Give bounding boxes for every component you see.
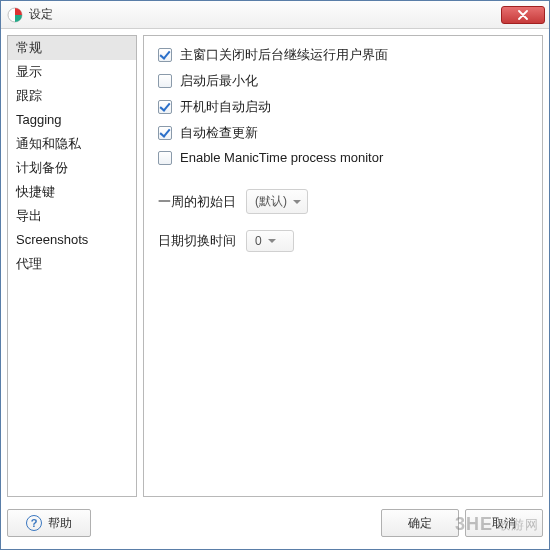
ok-label: 确定	[408, 515, 432, 532]
day-switch-row: 日期切换时间 0	[158, 230, 528, 252]
autostart-label: 开机时自动启动	[180, 98, 271, 116]
app-icon	[7, 7, 23, 23]
minimize-after-start-row: 启动后最小化	[158, 72, 528, 90]
week-start-value: (默认)	[255, 193, 287, 210]
chevron-down-icon	[293, 200, 301, 204]
sidebar-item-8[interactable]: Screenshots	[8, 228, 136, 252]
cancel-button[interactable]: 取消	[465, 509, 543, 537]
minimize-after-start-label: 启动后最小化	[180, 72, 258, 90]
auto-update-checkbox[interactable]	[158, 126, 172, 140]
week-start-label: 一周的初始日	[158, 193, 236, 211]
close-button[interactable]	[501, 6, 545, 24]
run-after-close-checkbox[interactable]	[158, 48, 172, 62]
sidebar-item-0[interactable]: 常规	[8, 36, 136, 60]
process-monitor-row: Enable ManicTime process monitor	[158, 150, 528, 165]
ok-button[interactable]: 确定	[381, 509, 459, 537]
sidebar-item-6[interactable]: 快捷键	[8, 180, 136, 204]
run-after-close-label: 主窗口关闭时后台继续运行用户界面	[180, 46, 388, 64]
sidebar-item-2[interactable]: 跟踪	[8, 84, 136, 108]
chevron-down-icon	[268, 239, 276, 243]
week-start-select[interactable]: (默认)	[246, 189, 308, 214]
sidebar-item-7[interactable]: 导出	[8, 204, 136, 228]
day-switch-label: 日期切换时间	[158, 232, 236, 250]
process-monitor-label: Enable ManicTime process monitor	[180, 150, 383, 165]
settings-window: 设定 常规显示跟踪Tagging通知和隐私计划备份快捷键导出Screenshot…	[0, 0, 550, 550]
help-label: 帮助	[48, 515, 72, 532]
run-after-close-row: 主窗口关闭时后台继续运行用户界面	[158, 46, 528, 64]
day-switch-value: 0	[255, 234, 262, 248]
sidebar-item-3[interactable]: Tagging	[8, 108, 136, 132]
sidebar-item-9[interactable]: 代理	[8, 252, 136, 276]
minimize-after-start-checkbox[interactable]	[158, 74, 172, 88]
autostart-checkbox[interactable]	[158, 100, 172, 114]
process-monitor-checkbox[interactable]	[158, 151, 172, 165]
sidebar: 常规显示跟踪Tagging通知和隐私计划备份快捷键导出Screenshots代理	[7, 35, 137, 497]
window-title: 设定	[29, 6, 501, 23]
close-icon	[518, 10, 528, 20]
day-switch-select[interactable]: 0	[246, 230, 294, 252]
sidebar-item-1[interactable]: 显示	[8, 60, 136, 84]
autostart-row: 开机时自动启动	[158, 98, 528, 116]
dialog-footer: ? 帮助 确定 取消	[1, 503, 549, 549]
titlebar: 设定	[1, 1, 549, 29]
content-panel: 主窗口关闭时后台继续运行用户界面启动后最小化开机时自动启动自动检查更新Enabl…	[143, 35, 543, 497]
week-start-row: 一周的初始日 (默认)	[158, 189, 528, 214]
cancel-label: 取消	[492, 515, 516, 532]
help-icon: ?	[26, 515, 42, 531]
auto-update-label: 自动检查更新	[180, 124, 258, 142]
help-button[interactable]: ? 帮助	[7, 509, 91, 537]
sidebar-item-5[interactable]: 计划备份	[8, 156, 136, 180]
auto-update-row: 自动检查更新	[158, 124, 528, 142]
sidebar-item-4[interactable]: 通知和隐私	[8, 132, 136, 156]
dialog-body: 常规显示跟踪Tagging通知和隐私计划备份快捷键导出Screenshots代理…	[1, 29, 549, 503]
